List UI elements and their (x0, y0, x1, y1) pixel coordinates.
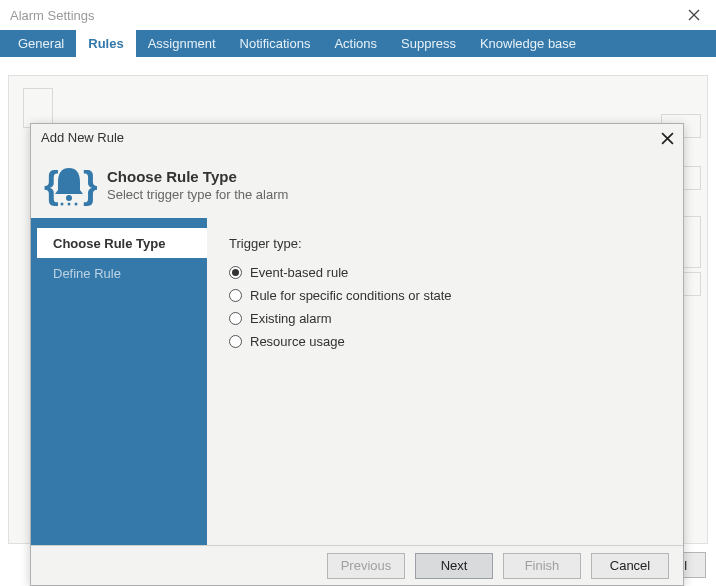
finish-button[interactable]: Finish (503, 553, 581, 579)
wizard-steps: Choose Rule Type Define Rule (31, 218, 207, 545)
step-choose-rule-type[interactable]: Choose Rule Type (37, 228, 207, 258)
svg-text:{: { (44, 164, 59, 206)
dialog-header: { } Choose Rule Type Select trigger type… (31, 152, 683, 218)
svg-point-8 (68, 203, 71, 206)
option-label: Resource usage (250, 334, 345, 349)
svg-text:}: } (83, 164, 97, 206)
tab-general[interactable]: General (6, 30, 76, 57)
step-define-rule[interactable]: Define Rule (31, 258, 207, 288)
add-new-rule-dialog: Add New Rule { } Choose Rule Type Select… (30, 123, 684, 586)
radio-icon (229, 312, 242, 325)
alarm-bell-icon: { } (41, 160, 97, 210)
tab-suppress[interactable]: Suppress (389, 30, 468, 57)
dialog-header-title: Choose Rule Type (107, 168, 288, 185)
close-icon (688, 9, 700, 21)
titlebar: Alarm Settings (0, 0, 716, 30)
option-specific-conditions[interactable]: Rule for specific conditions or state (229, 288, 661, 303)
option-label: Event-based rule (250, 265, 348, 280)
option-event-based-rule[interactable]: Event-based rule (229, 265, 661, 280)
tab-actions[interactable]: Actions (322, 30, 389, 57)
svg-point-7 (61, 203, 64, 206)
tab-notifications[interactable]: Notifications (228, 30, 323, 57)
dialog-header-subtitle: Select trigger type for the alarm (107, 187, 288, 202)
svg-point-6 (66, 195, 72, 201)
option-existing-alarm[interactable]: Existing alarm (229, 311, 661, 326)
option-label: Existing alarm (250, 311, 332, 326)
window-close-button[interactable] (674, 1, 714, 29)
next-button[interactable]: Next (415, 553, 493, 579)
dialog-title: Add New Rule (41, 130, 124, 145)
close-icon (661, 132, 674, 145)
window-title: Alarm Settings (10, 8, 674, 23)
tab-knowledge-base[interactable]: Knowledge base (468, 30, 588, 57)
dialog-content: Trigger type: Event-based rule Rule for … (207, 218, 683, 545)
tab-rules[interactable]: Rules (76, 30, 135, 57)
bg-box (23, 88, 53, 128)
dialog-header-text: Choose Rule Type Select trigger type for… (107, 168, 288, 202)
option-label: Rule for specific conditions or state (250, 288, 452, 303)
window-body: Save Cancel Add New Rule { } Choose Rule… (0, 57, 716, 586)
option-resource-usage[interactable]: Resource usage (229, 334, 661, 349)
dialog-body: Choose Rule Type Define Rule Trigger typ… (31, 218, 683, 545)
radio-icon (229, 289, 242, 302)
dialog-close-button[interactable] (659, 130, 675, 146)
bg-box (681, 272, 701, 296)
radio-icon (229, 266, 242, 279)
radio-icon (229, 335, 242, 348)
tab-assignment[interactable]: Assignment (136, 30, 228, 57)
dialog-footer: Previous Next Finish Cancel (31, 545, 683, 585)
bg-box (681, 216, 701, 268)
svg-point-9 (75, 203, 78, 206)
trigger-type-label: Trigger type: (229, 236, 661, 251)
dialog-cancel-button[interactable]: Cancel (591, 553, 669, 579)
previous-button[interactable]: Previous (327, 553, 405, 579)
tabbar: General Rules Assignment Notifications A… (0, 30, 716, 57)
